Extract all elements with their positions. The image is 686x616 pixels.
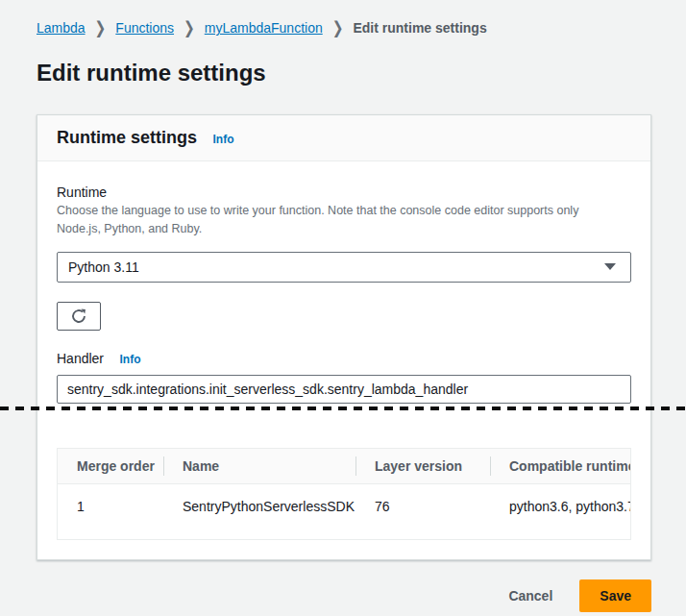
runtime-field-description: Choose the language to use to write your… [57,202,602,238]
cell-merge-order: 1 [58,483,163,539]
layers-table-container: Merge order Name Layer version Compatibl… [57,448,631,540]
column-header-merge-order: Merge order [58,449,163,484]
handler-input[interactable] [57,375,631,404]
runtime-field-label: Runtime [57,185,631,200]
handler-info-link[interactable]: Info [119,353,140,366]
cell-layer-version: 76 [355,483,490,539]
breadcrumb-separator-icon: ❯ [184,18,195,37]
refresh-icon [70,308,87,325]
save-button[interactable]: Save [579,579,651,612]
caret-down-icon [604,263,616,270]
runtime-settings-info-link[interactable]: Info [212,133,233,146]
form-actions: Cancel Save [37,579,651,612]
cell-layer-name: SentryPythonServerlessSDK [163,483,355,539]
panel-body: Runtime Choose the language to use to wr… [37,161,650,559]
breadcrumb: Lambda ❯ Functions ❯ myLambdaFunction ❯ … [0,0,686,36]
layers-table-row: 1 SentryPythonServerlessSDK 76 python3.6… [58,483,631,539]
runtime-select[interactable]: Python 3.11 [57,252,631,283]
cancel-button[interactable]: Cancel [508,582,552,609]
breadcrumb-current-page: Edit runtime settings [353,20,486,36]
handler-field: Handler Info [57,350,631,404]
column-header-compatible-runtimes: Compatible runtimes [490,449,631,484]
handler-field-label: Handler [57,351,104,366]
panel-title: Runtime settings [57,128,197,147]
column-header-name: Name [163,449,355,484]
breadcrumb-separator-icon: ❯ [332,18,344,37]
runtime-select-value: Python 3.11 [68,259,139,275]
layers-table: Merge order Name Layer version Compatibl… [58,449,631,539]
breadcrumb-separator-icon: ❯ [95,18,107,37]
layers-table-header-row: Merge order Name Layer version Compatibl… [58,449,631,484]
refresh-runtimes-button[interactable] [57,302,101,331]
column-header-layer-version: Layer version [355,449,490,484]
runtime-settings-panel: Runtime settings Info Runtime Choose the… [37,114,651,560]
breadcrumb-link-function-name[interactable]: myLambdaFunction [205,20,323,36]
cell-compatible-runtimes: python3.6, python3.7, python3.8 [490,483,631,539]
page-title: Edit runtime settings [37,60,649,86]
dashed-cut-line [0,407,686,410]
breadcrumb-link-functions[interactable]: Functions [115,20,174,36]
breadcrumb-link-lambda[interactable]: Lambda [37,20,86,36]
panel-header: Runtime settings Info [37,115,650,161]
